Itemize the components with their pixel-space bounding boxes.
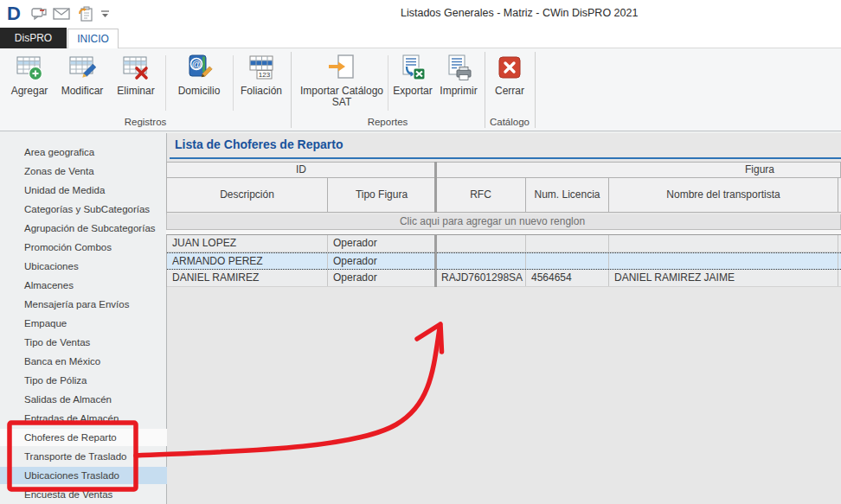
- export-excel-icon: [399, 52, 427, 83]
- group-header-figura[interactable]: Figura: [436, 163, 840, 177]
- column-header-tipo-figura[interactable]: Tipo Figura: [328, 178, 436, 213]
- page-title: Lista de Choferes de Reparto: [175, 137, 343, 151]
- sidebar-item-salidas-de-almacen[interactable]: Salidas de Almacén: [0, 391, 167, 408]
- sidebar-item-categorias-y-subcategorias[interactable]: Categorías y SubCategorías: [0, 201, 167, 218]
- cell-tipo-figura[interactable]: Operador: [328, 235, 436, 252]
- group-label-catalogo: Catálogo: [485, 116, 535, 129]
- sidebar-item-ubicaciones[interactable]: Ubicaciones: [0, 258, 167, 275]
- sidebar-item-choferes-de-reparto[interactable]: Choferes de Reparto: [0, 429, 167, 446]
- sidebar: Area geografica Zonas de Venta Unidad de…: [0, 133, 167, 504]
- sidebar-item-empaque[interactable]: Empaque: [0, 315, 167, 332]
- sidebar-item-banca-en-mexico[interactable]: Banca en México: [0, 353, 167, 370]
- print-icon: [445, 52, 472, 83]
- table-row-selected[interactable]: ARMANDO PEREZ Operador: [167, 252, 841, 270]
- sidebar-item-unidad-de-medida[interactable]: Unidad de Medida: [0, 182, 167, 199]
- table-row[interactable]: JUAN LOPEZ Operador: [167, 235, 841, 252]
- foliacion-label: Foliación: [241, 86, 282, 97]
- sidebar-item-encuesta-de-ventas[interactable]: Encuesta de Ventas: [0, 486, 167, 503]
- sidebar-item-tipo-de-poliza[interactable]: Tipo de Póliza: [0, 372, 167, 389]
- eliminar-button[interactable]: Eliminar: [111, 52, 161, 116]
- cerrar-label: Cerrar: [495, 86, 524, 97]
- sidebar-item-area-geografica[interactable]: Area geografica: [0, 144, 167, 161]
- tab-dispro[interactable]: DisPRO: [0, 28, 67, 48]
- exportar-button[interactable]: Exportar: [389, 52, 436, 116]
- cell-nombre-transportista[interactable]: DANIEL RAMIREZ JAIME: [609, 270, 838, 286]
- toolbar-options-dropdown-icon[interactable]: [99, 5, 111, 22]
- ribbon-tab-bar: DisPRO INICIO: [0, 28, 841, 48]
- svg-text:123: 123: [259, 71, 271, 79]
- group-label-reportes: Reportes: [291, 116, 485, 129]
- tab-inicio[interactable]: INICIO: [67, 29, 119, 49]
- window-title: Listados Generales - Matriz - CWin DisPR…: [401, 7, 638, 19]
- column-header-descripcion[interactable]: Descripción: [167, 178, 328, 213]
- column-header-num-licencia[interactable]: Num. Licencia: [526, 178, 609, 213]
- group-divider-bar: [434, 234, 437, 287]
- cerrar-button[interactable]: Cerrar: [488, 52, 531, 116]
- import-document-icon: [327, 52, 356, 83]
- cell-num-licencia[interactable]: 4564654: [526, 270, 609, 286]
- add-new-row-hint-label: Clic aqui para agregar un nuevo renglon: [400, 214, 585, 229]
- table-body: JUAN LOPEZ Operador ARMANDO PEREZ Operad…: [166, 234, 841, 287]
- ribbon-divider: [233, 55, 234, 111]
- ribbon-divider: [165, 55, 166, 111]
- ribbon: Agregar Modificar: [0, 48, 841, 131]
- cell-num-licencia[interactable]: [526, 253, 609, 269]
- imprimir-label: Imprimir: [440, 86, 477, 97]
- exportar-label: Exportar: [393, 86, 432, 97]
- table-row[interactable]: DANIEL RAMIREZ Operador RAJD7601298SA 45…: [167, 270, 841, 287]
- sidebar-item-entradas-de-almacen[interactable]: Entradas de Almacén: [0, 410, 167, 427]
- application-window: D: [0, 0, 841, 504]
- mail-icon[interactable]: [52, 5, 71, 22]
- table-add-icon: [16, 52, 43, 83]
- title-underline: [170, 157, 841, 159]
- svg-text:@: @: [192, 59, 202, 69]
- cell-rfc[interactable]: [436, 235, 526, 252]
- address-book-icon: @: [185, 52, 213, 83]
- agregar-button[interactable]: Agregar: [5, 52, 54, 116]
- chat-icon[interactable]: [29, 5, 48, 22]
- table-edit-icon: [68, 52, 96, 83]
- modificar-label: Modificar: [61, 86, 104, 97]
- cell-tipo-figura[interactable]: Operador: [328, 270, 436, 286]
- eliminar-label: Eliminar: [117, 86, 154, 97]
- sidebar-item-ubicaciones-traslado[interactable]: Ubicaciones Traslado: [0, 467, 167, 484]
- table-group-header-row: ID Figura: [166, 162, 841, 178]
- cell-nombre-transportista[interactable]: [609, 235, 838, 252]
- cell-rfc[interactable]: RAJD7601298SA: [436, 270, 526, 286]
- modificar-button[interactable]: Modificar: [55, 52, 109, 116]
- imprimir-button[interactable]: Imprimir: [437, 52, 480, 116]
- add-new-row-hint[interactable]: Clic aqui para agregar un nuevo renglon: [166, 214, 841, 230]
- table-column-header-row: Descripción Tipo Figura RFC Num. Licenci…: [166, 178, 841, 213]
- agregar-label: Agregar: [11, 86, 48, 97]
- sidebar-item-zonas-de-venta[interactable]: Zonas de Venta: [0, 163, 167, 180]
- importar-catalogo-sat-button[interactable]: Importar Catálogo SAT: [298, 52, 386, 116]
- group-label-registros: Registros: [0, 116, 291, 129]
- column-header-rfc[interactable]: RFC: [436, 178, 526, 213]
- cell-descripcion[interactable]: DANIEL RAMIREZ: [167, 270, 328, 286]
- sidebar-item-transporte-de-traslado[interactable]: Transporte de Traslado: [0, 448, 167, 465]
- close-red-icon: [497, 52, 523, 83]
- domicilio-button[interactable]: @ Domicilio: [171, 52, 227, 116]
- clipboard-paste-icon[interactable]: [76, 5, 95, 22]
- cell-num-licencia[interactable]: [526, 235, 609, 252]
- foliacion-button[interactable]: 123 Foliación: [235, 52, 287, 116]
- cell-descripcion[interactable]: JUAN LOPEZ: [167, 235, 328, 252]
- table-delete-icon: [122, 52, 150, 83]
- column-header-nombre-transportista[interactable]: Nombre del transportista: [609, 178, 838, 213]
- sidebar-item-mensajeria-para-envios[interactable]: Mensajería para Envíos: [0, 296, 167, 313]
- domicilio-label: Domicilio: [178, 86, 221, 97]
- main-area: Area geografica Zonas de Venta Unidad de…: [0, 133, 841, 504]
- cell-rfc[interactable]: [436, 253, 526, 269]
- ribbon-group-divider: [535, 52, 536, 128]
- sidebar-item-agrupacion-de-subcategorias[interactable]: Agrupación de Subcategorías: [0, 220, 167, 237]
- sidebar-item-tipo-de-ventas[interactable]: Tipo de Ventas: [0, 334, 167, 351]
- group-header-figura-label: Figura: [745, 163, 774, 177]
- sidebar-item-almacenes[interactable]: Almacenes: [0, 277, 167, 294]
- cell-nombre-transportista[interactable]: [609, 253, 838, 269]
- cell-tipo-figura[interactable]: Operador: [328, 253, 436, 269]
- sidebar-item-promocion-combos[interactable]: Promoción Combos: [0, 239, 167, 256]
- app-logo: D: [7, 3, 21, 25]
- cell-descripcion[interactable]: ARMANDO PEREZ: [167, 253, 328, 269]
- group-divider-bar: [434, 162, 437, 213]
- group-header-id[interactable]: ID: [167, 163, 435, 177]
